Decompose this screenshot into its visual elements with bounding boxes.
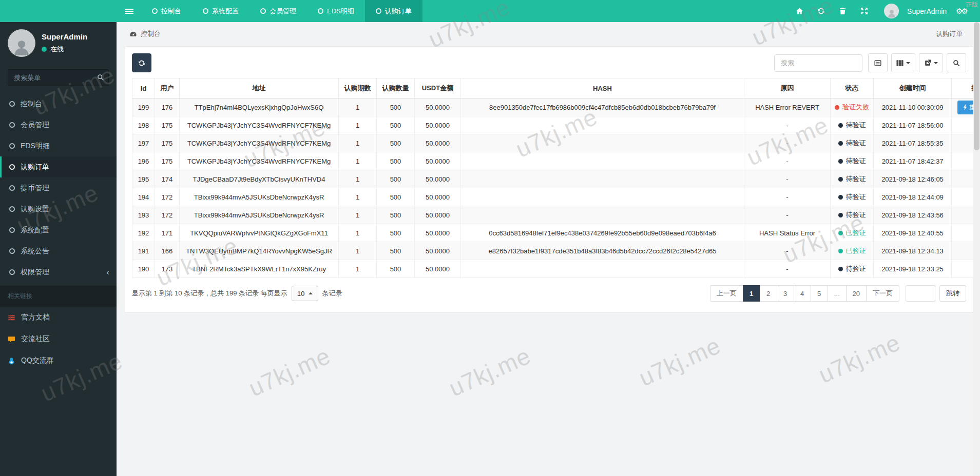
page-button[interactable]: ... [828, 285, 847, 302]
menu-search-input[interactable] [8, 69, 109, 86]
cell-amount: 500 [377, 242, 415, 260]
sidebar-menu-item[interactable]: 控制台 [0, 93, 117, 114]
breadcrumb-location[interactable]: 控制台 [129, 29, 161, 38]
comment-icon [8, 335, 15, 343]
sidebar-link[interactable]: QQ交流群 [0, 350, 117, 371]
table-toolbar [132, 53, 966, 72]
sidebar-menu-item[interactable]: 提币管理 [0, 177, 117, 199]
export-button[interactable] [919, 53, 943, 72]
table-row[interactable]: 190 173 TBNF2RMTck3aSPTkX9WLrT1n7xX95KZr… [132, 260, 980, 278]
page-button[interactable]: 1 [743, 285, 760, 302]
table-row[interactable]: 199 176 TTpEhj7n4mi4BQLyexsKjxhgQpJoHwxS… [132, 98, 980, 116]
table-row[interactable]: 197 175 TCWKGPJb43jYJchYC3S4WvdRFNYCF7KE… [132, 134, 980, 152]
topbar-tab[interactable]: 系统配置 [192, 0, 249, 22]
table-column-header[interactable]: 创建时间 [874, 78, 952, 98]
sidebar-toggle-button[interactable] [117, 0, 141, 22]
refresh-icon [817, 7, 825, 15]
cell-address: TTpEhj7n4mi4BQLyexsKjxhgQpJoHwxS6Q [180, 98, 339, 116]
table-row[interactable]: 194 172 TBixx99k944mvA5JSUKsDbeNcrwpzK4y… [132, 188, 980, 206]
sidebar-menu-item[interactable]: 认购订单 [0, 156, 117, 177]
scrollbar-thumb[interactable] [974, 22, 979, 150]
table-row[interactable]: 191 166 TNTW3QEUymBMP7kQ14RYovvNpgKW5eSg… [132, 242, 980, 260]
table-row[interactable]: 198 175 TCWKGPJb43jYJchYC3S4WvdRFNYCF7KE… [132, 116, 980, 134]
cell-reason: - [744, 260, 831, 278]
page-button[interactable]: 5 [811, 285, 828, 302]
table-row[interactable]: 193 172 TBixx99k944mvA5JSUKsDbeNcrwpzK4y… [132, 206, 980, 224]
cell-id: 194 [132, 188, 155, 206]
sidebar-menu-item[interactable]: 认购设置 [0, 199, 117, 220]
page-size-dropdown[interactable]: 10 [292, 286, 318, 301]
qq-icon [8, 357, 15, 365]
online-status-label: 在线 [50, 45, 64, 54]
cell-address: TBNF2RMTck3aSPTkX9WLrT1n7xX95KZruy [180, 260, 339, 278]
topbar-tab-label: 控制台 [161, 7, 181, 16]
table-column-header[interactable]: 地址 [180, 78, 339, 98]
cell-hash [461, 152, 744, 170]
jump-page-input[interactable] [906, 285, 935, 302]
sidebar-link[interactable]: 交流社区 [0, 328, 117, 350]
sidebar-menu-item[interactable]: 会员管理 [0, 114, 117, 135]
cell-created: 2021-11-10 00:30:09 [874, 98, 952, 116]
next-page-button[interactable]: 下一页 [866, 285, 899, 302]
cell-period: 1 [339, 152, 377, 170]
page-button[interactable]: 4 [794, 285, 811, 302]
topbar-tab[interactable]: 认购订单 [365, 0, 422, 22]
circle-icon [203, 8, 208, 14]
table-row[interactable]: 195 174 TJDgeCBaaD7Jt9eBdyXTbCisvyUKnTHV… [132, 170, 980, 188]
cell-user: 175 [155, 134, 180, 152]
cell-user: 172 [155, 188, 180, 206]
page-buttons: 12345...20 [743, 285, 867, 302]
cell-user: 173 [155, 260, 180, 278]
user-avatar-icon [12, 37, 31, 57]
cell-hash [461, 134, 744, 152]
detail-view-button[interactable] [868, 53, 888, 72]
cell-amount: 500 [377, 134, 415, 152]
table-search-input[interactable] [774, 54, 862, 72]
cell-created: 2021-09-18 12:33:25 [874, 260, 952, 278]
table-column-header[interactable]: USDT金额 [415, 78, 461, 98]
topbar-tab[interactable]: 会员管理 [249, 0, 307, 22]
table-row[interactable]: 196 175 TCWKGPJb43jYJchYC3S4WvdRFNYCF7KE… [132, 152, 980, 170]
cell-amount: 500 [377, 206, 415, 224]
status-label: 待验证 [846, 138, 866, 148]
topbar-tab[interactable]: EDS明细 [307, 0, 365, 22]
page-button[interactable]: 20 [846, 285, 867, 302]
avatar[interactable] [884, 4, 899, 18]
table-column-header[interactable]: 原因 [744, 78, 831, 98]
page-button[interactable]: 2 [760, 285, 777, 302]
sidebar-menu-item[interactable]: 系统配置 [0, 220, 117, 241]
table-column-header[interactable]: 状态 [831, 78, 874, 98]
topbar-tab[interactable]: 控制台 [141, 0, 192, 22]
table-column-header[interactable]: HASH [461, 78, 744, 98]
home-button[interactable] [791, 0, 808, 22]
cogs-icon[interactable]: ⚙⚙ [956, 7, 967, 16]
clear-cache-button[interactable] [834, 0, 851, 22]
table-column-header[interactable]: 用户 [155, 78, 180, 98]
page-button[interactable]: 3 [777, 285, 794, 302]
cell-status: 待验证 [831, 152, 874, 170]
avatar[interactable] [8, 29, 35, 57]
topbar-username[interactable]: SuperAdmin [907, 7, 947, 15]
sidebar-menu-item[interactable]: 权限管理 ‹ [0, 262, 117, 283]
table-row[interactable]: 192 171 TKVQQpiuVARWpfvvPtNGtQkGZgXGoFmX… [132, 224, 980, 242]
table-column-header[interactable]: Id [132, 78, 155, 98]
table-refresh-button[interactable] [132, 53, 151, 72]
fullscreen-button[interactable] [855, 0, 873, 22]
sidebar-menu-item[interactable]: EDS明细 [0, 135, 117, 156]
jump-button[interactable]: 跳转 [939, 285, 966, 302]
prev-page-button[interactable]: 上一页 [710, 285, 743, 302]
status-badge: 待验证 [838, 192, 866, 202]
sidebar-link[interactable]: 官方文档 [0, 307, 117, 328]
main-content: 控制台 认购订单 [117, 22, 973, 476]
sidebar-menu-item[interactable]: 系统公告 [0, 241, 117, 262]
status-label: 待验证 [846, 264, 866, 273]
advanced-search-button[interactable] [947, 53, 966, 72]
table-column-header[interactable]: 认购数量 [377, 78, 415, 98]
columns-button[interactable] [891, 53, 915, 72]
table-column-header[interactable]: 认购期数 [339, 78, 377, 98]
refresh-button[interactable] [812, 0, 830, 22]
cell-address: TCWKGPJb43jYJchYC3S4WvdRFNYCF7KEMg [180, 134, 339, 152]
circle-icon [260, 8, 266, 14]
navbar-logo-area [0, 0, 117, 22]
scrollbar[interactable] [973, 22, 980, 476]
